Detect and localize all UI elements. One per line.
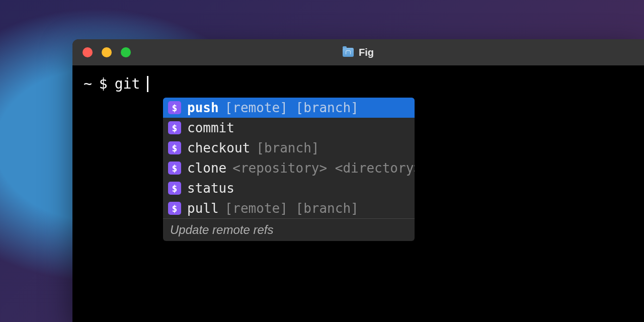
item-command-label: push [187, 100, 219, 115]
close-button[interactable] [83, 47, 93, 57]
subcommand-icon: $ [168, 182, 181, 195]
item-command-label: pull [187, 201, 219, 216]
item-args-label: [branch] [256, 140, 319, 155]
autocomplete-item-checkout[interactable]: $checkout[branch] [163, 138, 415, 158]
item-args-label: [remote] [branch] [225, 100, 359, 115]
item-command-label: checkout [187, 140, 250, 155]
autocomplete-item-status[interactable]: $status [163, 178, 415, 198]
autocomplete-item-pull[interactable]: $pull[remote] [branch] [163, 198, 415, 218]
window-title: Fig [343, 47, 374, 58]
prompt-line: ~ $ git [84, 75, 633, 92]
autocomplete-item-clone[interactable]: $clone<repository> <directory> [163, 158, 415, 178]
prompt-symbol: $ [99, 75, 108, 92]
subcommand-icon: $ [168, 202, 181, 215]
window-titlebar[interactable]: Fig [72, 39, 644, 65]
item-command-label: status [187, 181, 234, 196]
subcommand-icon: $ [168, 121, 181, 134]
prompt-cwd: ~ [84, 75, 92, 92]
cursor [147, 76, 148, 92]
autocomplete-item-push[interactable]: $push[remote] [branch] [163, 98, 415, 118]
item-args-label: <repository> <directory> [232, 160, 415, 176]
minimize-button[interactable] [102, 47, 112, 57]
folder-icon [343, 48, 354, 57]
traffic-lights [83, 47, 131, 57]
subcommand-icon: $ [168, 101, 181, 114]
autocomplete-list: $push[remote] [branch]$commit$checkout[b… [163, 98, 415, 218]
autocomplete-item-commit[interactable]: $commit [163, 118, 415, 138]
window-title-text: Fig [359, 47, 374, 58]
prompt-command: git [115, 75, 140, 92]
terminal-body[interactable]: ~ $ git $push[remote] [branch]$commit$ch… [72, 65, 644, 322]
item-command-label: commit [187, 120, 234, 135]
terminal-window: Fig ~ $ git $push[remote] [branch]$commi… [72, 39, 644, 322]
subcommand-icon: $ [168, 162, 181, 175]
maximize-button[interactable] [121, 47, 131, 57]
autocomplete-description: Update remote refs [163, 218, 415, 241]
item-args-label: [remote] [branch] [225, 201, 359, 216]
item-command-label: clone [187, 160, 226, 176]
subcommand-icon: $ [168, 141, 181, 154]
autocomplete-popup: $push[remote] [branch]$commit$checkout[b… [163, 98, 415, 241]
